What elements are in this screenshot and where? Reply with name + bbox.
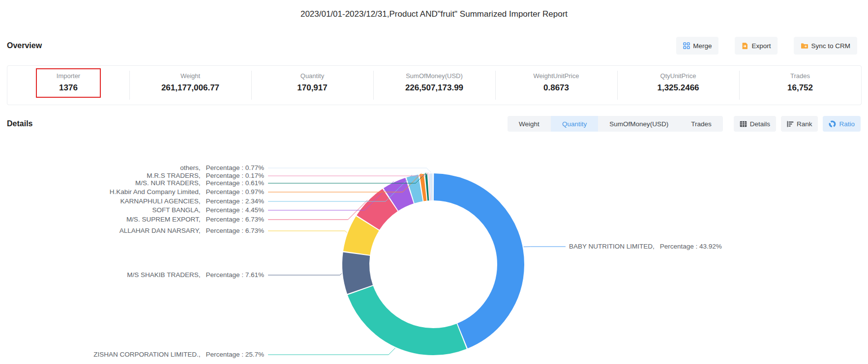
- pie-label-percentage: Percentage : 0.17%: [206, 172, 264, 179]
- pie-leader-line-1: [268, 348, 395, 355]
- details-view-label: Details: [750, 120, 770, 128]
- pie-label-0: BABY NUTRITION LIMITED,Percentage : 43.9…: [569, 242, 722, 251]
- pie-label-name: BABY NUTRITION LIMITED,: [569, 243, 655, 250]
- pie-label-name: KARNAPHULI AGENCIES,: [120, 197, 201, 205]
- stat-cell-sumofmoney-usd-[interactable]: SumOfMoney(USD)226,507,173.99: [373, 66, 495, 105]
- stat-cell-qtyunitprice[interactable]: QtyUnitPrice1,325.2466: [617, 66, 739, 105]
- pie-label-percentage: Percentage : 0.61%: [206, 179, 264, 187]
- stat-label: SumOfMoney(USD): [373, 72, 495, 80]
- stat-label: Weight: [129, 72, 251, 80]
- pie-leader-line-9: [268, 172, 428, 176]
- stat-value: 1,325.2466: [617, 83, 739, 93]
- pie-label-name: others,: [180, 164, 200, 171]
- tab-trades[interactable]: Trades: [680, 116, 723, 132]
- pie-label-name: M.R.S TRADERS,: [147, 172, 200, 179]
- stat-value: 170,917: [251, 83, 373, 93]
- pie-label-name: ZISHAN CORPORATION LIMITED.,: [93, 351, 200, 358]
- pie-label-percentage: Percentage : 43.92%: [660, 243, 722, 250]
- pie-label-name: M/S. SUPREM EXPORT,: [126, 216, 201, 223]
- pie-label-percentage: Percentage : 4.45%: [206, 206, 264, 214]
- pie-label-name: SOFT BANGLA,: [152, 206, 200, 214]
- pie-label-3: ALLAHAR DAN NARSARY,Percentage : 6.73%: [0, 226, 264, 235]
- sync-folder-icon: [801, 43, 808, 49]
- overview-header-row: Overview Merge Export: [7, 37, 857, 55]
- stat-cell-quantity[interactable]: Quantity170,917: [251, 66, 373, 105]
- details-view-button[interactable]: Details: [734, 116, 776, 132]
- merge-label: Merge: [693, 42, 712, 50]
- ratio-view-button[interactable]: Ratio: [823, 116, 861, 132]
- pie-label-4: M/S. SUPREM EXPORT,Percentage : 6.73%: [0, 215, 264, 224]
- pie-label-percentage: Percentage : 25.7%: [206, 351, 264, 358]
- pie-label-5: SOFT BANGLA,Percentage : 4.45%: [0, 206, 264, 215]
- details-header-row: Details WeightQuantitySumOfMoney(USD)Tra…: [7, 116, 861, 132]
- pie-label-name: H.Kabir And Company Limited,: [110, 188, 201, 196]
- stat-value: 0.8673: [495, 83, 617, 93]
- tab-quantity[interactable]: Quantity: [551, 116, 598, 132]
- pie-label-10: others,Percentage : 0.77%: [0, 164, 264, 172]
- tab-weight[interactable]: Weight: [508, 116, 551, 132]
- overview-stats-card: Importer1376Weight261,177,006.77Quantity…: [7, 65, 862, 105]
- ratio-icon: [829, 120, 836, 128]
- pie-label-percentage: Percentage : 2.34%: [206, 197, 264, 205]
- pie-label-percentage: Percentage : 0.97%: [206, 188, 264, 196]
- pie-leader-line-3: [268, 231, 347, 233]
- rank-icon: [787, 121, 794, 127]
- sync-to-crm-button[interactable]: Sync to CRM: [794, 37, 857, 55]
- pie-label-percentage: Percentage : 6.73%: [206, 227, 264, 234]
- pie-label-name: M/S. NUR TRADERS,: [135, 179, 201, 187]
- rank-view-label: Rank: [797, 120, 812, 128]
- table-icon: [740, 121, 747, 127]
- overview-actions: Merge Export Sync to CRM: [676, 37, 857, 55]
- pie-leader-line-4: [268, 200, 367, 220]
- pie-leader-line-0: [524, 247, 566, 247]
- ratio-donut-chart: BABY NUTRITION LIMITED,Percentage : 43.9…: [0, 138, 868, 364]
- details-heading: Details: [7, 119, 32, 128]
- pie-label-name: ALLAHAR DAN NARSARY,: [120, 227, 201, 234]
- stat-cell-weight[interactable]: Weight261,177,006.77: [129, 66, 251, 105]
- pie-label-9: M.R.S TRADERS,Percentage : 0.17%: [0, 171, 264, 180]
- ratio-view-label: Ratio: [839, 120, 855, 128]
- pie-leader-line-10: [268, 168, 431, 172]
- export-button[interactable]: Export: [735, 37, 778, 55]
- pie-label-percentage: Percentage : 7.61%: [206, 271, 264, 279]
- pie-label-7: H.Kabir And Company Limited,Percentage :…: [0, 188, 264, 196]
- pie-label-6: KARNAPHULI AGENCIES,Percentage : 2.34%: [0, 197, 264, 206]
- view-buttons: Details Rank Ratio: [734, 116, 861, 132]
- stat-value: 226,507,173.99: [373, 83, 495, 93]
- metric-tabs: WeightQuantitySumOfMoney(USD)Trades: [508, 116, 723, 132]
- details-controls: WeightQuantitySumOfMoney(USD)Trades Deta…: [508, 116, 861, 132]
- export-label: Export: [751, 42, 771, 50]
- pie-label-1: ZISHAN CORPORATION LIMITED.,Percentage :…: [0, 350, 264, 359]
- pie-leader-line-2: [268, 274, 342, 276]
- stat-cell-trades[interactable]: Trades16,752: [739, 66, 861, 105]
- stat-value: 1376: [7, 83, 129, 93]
- stat-label: Quantity: [251, 72, 373, 80]
- rank-view-button[interactable]: Rank: [781, 116, 818, 132]
- stat-cell-weightunitprice[interactable]: WeightUnitPrice0.8673: [495, 66, 617, 105]
- sync-to-crm-label: Sync to CRM: [811, 42, 850, 50]
- overview-heading: Overview: [7, 41, 42, 50]
- merge-button[interactable]: Merge: [676, 37, 718, 55]
- stat-label: Trades: [739, 72, 861, 80]
- tab-sumofmoney-usd-[interactable]: SumOfMoney(USD): [598, 116, 680, 132]
- pie-label-2: M/S SHAKIB TRADERS,Percentage : 7.61%: [0, 271, 264, 280]
- stat-label: QtyUnitPrice: [617, 72, 739, 80]
- pie-label-percentage: Percentage : 0.77%: [206, 164, 264, 171]
- export-icon: [742, 42, 748, 50]
- page: 2023/01/01-2023/12/31,Product AND"fruit"…: [0, 0, 868, 364]
- stat-label: Importer: [7, 72, 129, 80]
- merge-icon: [683, 42, 690, 49]
- pie-label-percentage: Percentage : 6.73%: [206, 216, 264, 223]
- stat-value: 16,752: [739, 83, 861, 93]
- stat-label: WeightUnitPrice: [495, 72, 617, 80]
- stat-cell-importer[interactable]: Importer1376: [7, 66, 129, 105]
- report-title: 2023/01/01-2023/12/31,Product AND"fruit"…: [0, 0, 868, 19]
- pie-label-name: M/S SHAKIB TRADERS,: [127, 271, 200, 279]
- stat-value: 261,177,006.77: [129, 83, 251, 93]
